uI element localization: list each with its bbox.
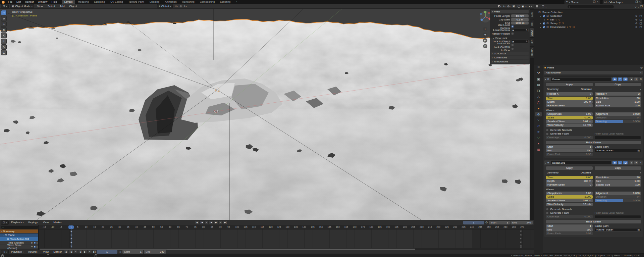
workspace-tab-animation[interactable]: Animation (162, 0, 179, 4)
expand-icon[interactable]: ▾ (1, 230, 2, 233)
tool-scale[interactable]: ⇱ (1, 33, 7, 38)
wind-velocity-slider[interactable]: Wind Velocity10 m/s (546, 203, 593, 206)
scale-slider[interactable]: Scale3.000 (546, 195, 593, 199)
foam-fade-slider[interactable]: Foam Fade0.98 (546, 153, 593, 156)
editor-type-button[interactable]: ⊞ ▾ (1, 4, 9, 8)
apply-button[interactable]: Apply (546, 166, 593, 170)
generate-foam-checkbox[interactable] (546, 133, 549, 135)
time-slider[interactable]: Time1.00 (546, 97, 593, 100)
random-seed-slider[interactable]: Random Seed0 (546, 183, 593, 187)
use-local-camera-checkbox[interactable]: ✓ (511, 25, 514, 28)
add-modifier-button[interactable]: Add Modifier ▾ (544, 70, 643, 75)
zoom-button[interactable]: ＋ (483, 27, 487, 31)
channel-wave-scale-ocean-[interactable]: Wave Scale (Ocean)⚙✓▯ (0, 245, 38, 249)
repeat-x-slider[interactable]: Repeat X2 (546, 92, 593, 96)
outliner-row-collection[interactable]: ▾✓⊟Collection⊙▢ (534, 14, 644, 18)
outliner-row-cell[interactable]: ▸⌖cell⤷▽⊙▢ (534, 18, 644, 21)
depth-slider[interactable]: Depth200 m (546, 100, 593, 104)
chevron-down-icon[interactable]: ▾ (186, 5, 187, 7)
jump-to-end-button[interactable]: ▶| (223, 221, 227, 224)
record-button[interactable]: ◉ (195, 221, 199, 224)
size-slider[interactable]: Size1.00 (595, 100, 641, 104)
hide-eye-icon[interactable]: ⊙ (635, 15, 638, 17)
timeline-ruler[interactable]: -15-10-551015202530354045505560657075808… (39, 225, 534, 229)
tool-rotate[interactable]: ↻ (1, 27, 7, 33)
jump-to-start-button[interactable]: |◀ (69, 250, 73, 254)
smallest-wave-slider[interactable]: Smallest Wave0.01 m (546, 120, 593, 123)
tool-select-box[interactable]: ▢ (1, 10, 7, 15)
play-button[interactable]: ▶ (214, 221, 218, 224)
lock-to-object-field[interactable]: ▣✎ (511, 40, 529, 43)
generate-foam-checkbox[interactable] (546, 212, 549, 214)
start-slider[interactable]: Start1 (546, 145, 593, 149)
channel-summary[interactable]: ▾Summary (0, 229, 38, 233)
view-lock-subheader[interactable]: ▾View Lock (491, 37, 529, 40)
copy-button[interactable]: Copy (595, 166, 641, 170)
remove-view-layer-icon[interactable]: ✕ (639, 1, 641, 3)
expand-icon[interactable]: ▸ (544, 18, 546, 21)
hide-eye-icon[interactable]: ⊙ (635, 26, 638, 29)
keyframe-diamond[interactable] (520, 245, 522, 247)
workspace-tab-compositing[interactable]: Compositing (197, 0, 217, 4)
expand-icon[interactable]: ▾ (545, 162, 546, 164)
filter-icon[interactable]: ▽ (635, 5, 637, 8)
collection-checkbox[interactable]: ✓ (543, 26, 545, 29)
resolution-slider[interactable]: Resolution30 (595, 97, 641, 100)
outliner-row-environment[interactable]: ▸✓⊟Environment⌖▽❍⊙▢ (534, 25, 644, 29)
folder-icon[interactable]: ▤ (637, 228, 640, 231)
tool-move[interactable]: ✛ (1, 21, 7, 27)
n-panel-tab-view[interactable]: View (530, 28, 534, 37)
shading-solid-icon[interactable]: ● (522, 5, 524, 8)
pin-icon[interactable]: ◎ (640, 66, 643, 69)
camera-view-button[interactable]: ▶ (483, 38, 487, 43)
outliner-row-setup[interactable]: ▸✓⊟Setup▽❍⊙▢ (534, 21, 644, 25)
collection-checkbox[interactable]: ✓ (543, 22, 545, 25)
eyedropper-icon[interactable]: ✎ (526, 29, 528, 31)
workspace-tab-layout[interactable]: Layout (62, 0, 75, 4)
foam-fade-slider[interactable]: Foam Fade0.98 (546, 232, 593, 235)
depth-slider[interactable]: Depth200 m (546, 179, 593, 183)
n-panel-tab-tool[interactable]: Tool (530, 19, 534, 28)
apply-button[interactable]: Apply (546, 83, 593, 86)
properties-tab-modifiers[interactable]: ⚙ (535, 112, 542, 116)
pan-button[interactable]: ✥ (483, 33, 487, 37)
shading-rendered-icon[interactable]: ◑ (528, 5, 530, 8)
spatial-size-slider[interactable]: Spatial Size100 (595, 104, 641, 107)
display-mode-icon[interactable]: ❐ (542, 5, 544, 8)
coverage-slider[interactable]: Coverage0.000 (546, 136, 593, 139)
viewport-menu-view[interactable]: View (35, 4, 45, 9)
properties-tab-scene[interactable]: △ (535, 95, 542, 99)
shading-material-icon[interactable]: ◐ (525, 5, 527, 8)
workspace-tab-shading[interactable]: Shading (147, 0, 162, 4)
disable-viewport-icon[interactable]: ▢ (639, 18, 642, 21)
close-icon[interactable]: ✕ (640, 161, 642, 164)
play-reverse-button[interactable]: ◀ (78, 250, 83, 254)
toggle-realtime-icon[interactable]: ▢ (618, 161, 622, 164)
use-preview-range-icon[interactable]: ◷ (119, 251, 121, 253)
viewport-menu-object[interactable]: Object (67, 4, 79, 9)
collapsed-panel-annotations[interactable]: ▸Annotations (491, 60, 529, 63)
next-keyframe-button[interactable]: » (218, 221, 223, 224)
properties-tab-physics[interactable]: ↺ (535, 124, 542, 128)
generate-normals-checkbox[interactable] (546, 129, 549, 132)
start-slider[interactable]: Start1 (546, 224, 593, 228)
properties-tab-view-layer[interactable]: ❏ (535, 89, 542, 93)
menu-help[interactable]: Help (49, 0, 59, 4)
properties-tab-world[interactable]: ◯ (535, 100, 542, 105)
scale-slider[interactable]: Scale0.000 (546, 116, 593, 119)
new-collection-icon[interactable]: ❐ (640, 5, 643, 8)
next-keyframe-button[interactable]: » (88, 250, 92, 254)
modifier-header[interactable]: ▾≋Ocean◉▢◪▲▼✕ (544, 77, 643, 82)
channel-planeaction-001[interactable]: ▾▣PlaneAction.001 (0, 237, 38, 241)
channel-search-input[interactable]: ◌ (1, 226, 38, 229)
blender-logo-icon[interactable] (2, 1, 5, 4)
clip-start-field[interactable]: 0.1 m (511, 18, 529, 21)
spatial-size-slider[interactable]: Spatial Size100 (595, 183, 641, 187)
toggle-render-icon[interactable]: ◉ (612, 161, 617, 164)
channel-plane[interactable]: ▾▽Plane (0, 234, 38, 237)
toggle-editmode-icon[interactable]: ◪ (623, 161, 628, 164)
record-button[interactable]: ◉ (64, 250, 68, 254)
toggle-editmode-icon[interactable]: ◪ (623, 78, 628, 81)
foam-layer-name-input[interactable] (595, 136, 641, 139)
workspace-tab-texture-paint[interactable]: Texture Paint (126, 0, 147, 4)
